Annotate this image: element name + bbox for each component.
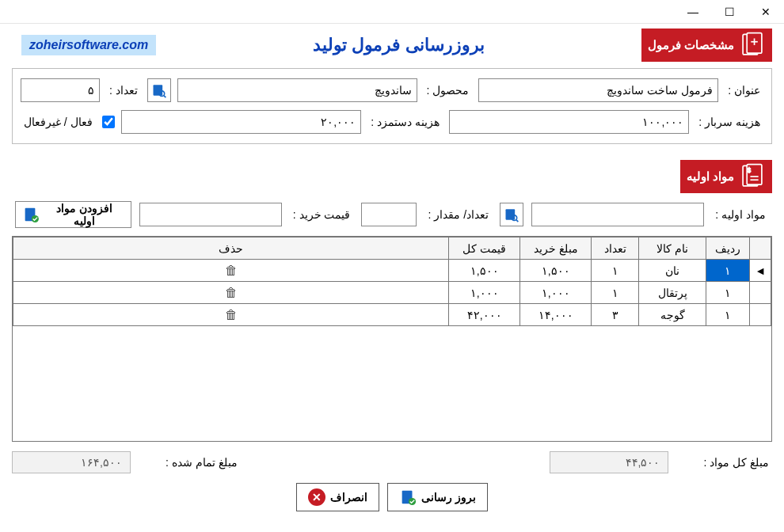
cell-delete[interactable]: 🗑 [13, 260, 449, 282]
trash-icon[interactable]: 🗑 [225, 286, 238, 299]
section-formula-spec: مشخصات فرمول [641, 28, 772, 62]
col-delete[interactable]: حذف [13, 238, 449, 260]
col-row[interactable]: ردیف [706, 238, 750, 260]
label-material: مواد اولیه : [712, 208, 769, 221]
qty-input[interactable] [361, 203, 417, 226]
label-buy-price: قیمت خرید : [290, 208, 354, 221]
svg-text:$: $ [748, 166, 752, 174]
active-checkbox[interactable] [102, 116, 115, 128]
formula-spec-form: عنوان : محصول : تعداد : هزینه سربار : هز… [12, 68, 772, 144]
close-button[interactable]: ✕ [748, 0, 784, 24]
cell-qty: ۱ [592, 282, 639, 304]
label-total-materials: مبلغ کل مواد : [700, 456, 772, 469]
add-material-label: افزودن مواد اولیه [44, 202, 124, 227]
cell-delete[interactable]: 🗑 [13, 282, 449, 304]
cell-total: ۱,۵۰۰ [449, 260, 520, 282]
svg-rect-12 [505, 209, 515, 219]
label-product: محصول : [424, 84, 473, 97]
count-input[interactable] [21, 78, 100, 102]
material-search-button[interactable] [500, 203, 523, 226]
maximize-button[interactable]: ☐ [711, 0, 748, 24]
buy-price-input[interactable] [139, 203, 282, 226]
table-row[interactable]: ۱پرتقال۱۱,۰۰۰۱,۰۰۰🗑 [13, 282, 771, 304]
search-icon [151, 82, 167, 98]
overhead-input[interactable] [449, 110, 690, 134]
section-title: مواد اولیه [687, 169, 734, 184]
section-title: مشخصات فرمول [648, 38, 734, 52]
document-list-icon: $ [739, 163, 766, 190]
cancel-label: انصراف [330, 491, 367, 504]
cell-row: ۱ [706, 282, 750, 304]
cell-buy: ۱,۰۰۰ [520, 282, 592, 304]
row-pointer: ◄ [750, 260, 771, 282]
cell-total: ۱,۰۰۰ [449, 282, 520, 304]
row-pointer [750, 304, 771, 326]
cell-total: ۴۲,۰۰۰ [449, 304, 520, 326]
page-title: بروزرسانی فرمول تولید [156, 35, 641, 55]
col-total[interactable]: قیمت کل [449, 238, 520, 260]
label-count: تعداد : [106, 84, 141, 97]
total-materials-value: ۴۴,۵۰۰ [550, 451, 668, 473]
trash-icon[interactable]: 🗑 [225, 308, 238, 321]
cell-qty: ۱ [592, 260, 639, 282]
label-active: فعال / غیرفعال [21, 116, 96, 128]
close-circle-icon: ✕ [308, 488, 325, 506]
row-pointer [750, 282, 771, 304]
update-label: بروز رسانی [421, 491, 476, 504]
trash-icon[interactable]: 🗑 [225, 264, 238, 277]
final-price-value: ۱۶۴,۵۰۰ [12, 451, 131, 473]
label-final-price: مبلغ تمام شده : [162, 456, 241, 469]
label-title: عنوان : [725, 84, 763, 97]
material-input[interactable] [531, 203, 704, 226]
materials-table-wrap: ردیف نام کالا تعداد مبلغ خرید قیمت کل حذ… [12, 236, 772, 442]
svg-rect-4 [153, 85, 162, 95]
materials-table: ردیف نام کالا تعداد مبلغ خرید قیمت کل حذ… [13, 237, 771, 326]
col-buy[interactable]: مبلغ خرید [520, 238, 592, 260]
product-search-button[interactable] [147, 78, 171, 102]
svg-line-14 [516, 220, 519, 222]
cancel-button[interactable]: انصراف ✕ [296, 483, 379, 511]
col-name[interactable]: نام کالا [639, 238, 706, 260]
cell-qty: ۳ [592, 304, 639, 326]
cell-name: پرتقال [639, 282, 706, 304]
brand-badge: zoheirsoftware.com [21, 35, 156, 55]
minimize-button[interactable]: — [675, 0, 711, 24]
update-button[interactable]: بروز رسانی [387, 483, 488, 511]
table-row[interactable]: ۱گوجه۳۱۴,۰۰۰۴۲,۰۰۰🗑 [13, 304, 771, 326]
product-input[interactable] [177, 78, 417, 102]
table-row[interactable]: ◄۱نان۱۱,۵۰۰۱,۵۰۰🗑 [13, 260, 771, 282]
add-material-button[interactable]: افزودن مواد اولیه [15, 201, 131, 228]
svg-line-6 [164, 96, 166, 98]
cell-delete[interactable]: 🗑 [13, 304, 449, 326]
search-icon [504, 207, 519, 222]
window-titlebar: ✕ ☐ — [0, 0, 784, 24]
cell-buy: ۱,۵۰۰ [520, 260, 592, 282]
col-qty[interactable]: تعداد [592, 238, 639, 260]
cell-buy: ۱۴,۰۰۰ [520, 304, 592, 326]
col-pointer [750, 238, 771, 260]
cell-name: نان [639, 260, 706, 282]
cell-row: ۱ [706, 304, 750, 326]
cell-name: گوجه [639, 304, 706, 326]
document-check-icon [22, 206, 40, 223]
document-check-icon [399, 488, 417, 506]
cell-row: ۱ [706, 260, 750, 282]
label-qty: تعداد/ مقدار : [424, 208, 492, 221]
label-wage: هزینه دستمزد : [367, 116, 443, 128]
label-overhead: هزینه سربار : [695, 116, 763, 128]
title-input[interactable] [478, 78, 718, 102]
wage-input[interactable] [121, 110, 362, 134]
document-plus-icon [739, 32, 766, 59]
section-materials: $ مواد اولیه [680, 160, 772, 193]
